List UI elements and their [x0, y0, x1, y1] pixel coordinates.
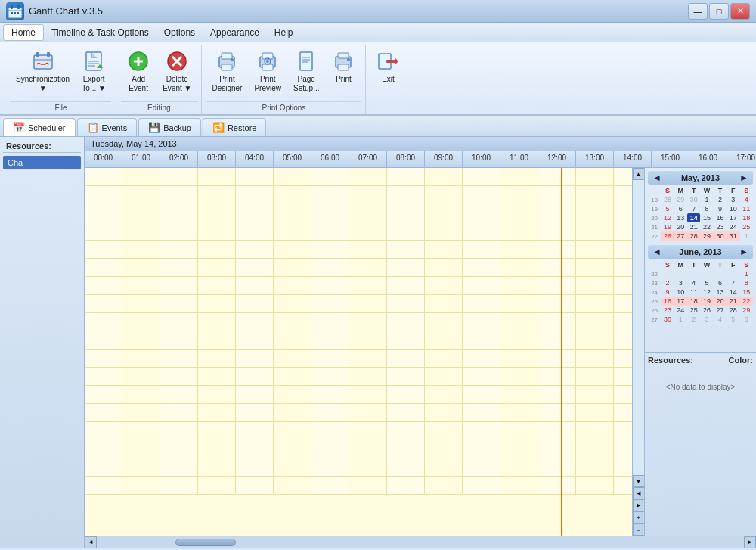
- calendar-day[interactable]: 26: [661, 231, 674, 241]
- maximize-button[interactable]: □: [709, 3, 729, 20]
- calendar-day[interactable]: 20: [674, 222, 687, 231]
- add-event-button[interactable]: AddEvent: [121, 45, 156, 97]
- calendar-day[interactable]: 13: [714, 287, 727, 297]
- menu-help[interactable]: Help: [267, 25, 301, 40]
- tab-restore[interactable]: 🔁 Restore: [203, 118, 267, 136]
- print-designer-button[interactable]: PrintDesigner: [206, 45, 247, 97]
- calendar-day[interactable]: 29: [700, 231, 713, 241]
- calendar-day[interactable]: 15: [740, 287, 753, 297]
- calendar-day[interactable]: 2: [661, 278, 674, 287]
- menu-appearance[interactable]: Appearance: [203, 25, 267, 40]
- calendar-day[interactable]: 28: [661, 195, 674, 204]
- calendar-day[interactable]: [700, 269, 713, 278]
- calendar-day[interactable]: 5: [661, 204, 674, 213]
- calendar-day[interactable]: 12: [661, 213, 674, 222]
- calendar-day[interactable]: [687, 269, 700, 278]
- calendar-day[interactable]: [727, 269, 739, 278]
- sync-button[interactable]: Synchronization▼: [11, 45, 75, 97]
- calendar-day[interactable]: 22: [740, 297, 753, 306]
- calendar-day[interactable]: 9: [714, 204, 727, 213]
- calendar-day[interactable]: 26: [700, 306, 713, 315]
- calendar-day[interactable]: 6: [714, 278, 727, 287]
- calendar-day[interactable]: 5: [700, 278, 713, 287]
- calendar-day[interactable]: 3: [700, 315, 713, 324]
- may-next-btn[interactable]: ►: [738, 172, 750, 183]
- calendar-day[interactable]: 7: [687, 204, 700, 213]
- calendar-day[interactable]: 3: [727, 195, 739, 204]
- calendar-day[interactable]: 28: [687, 231, 700, 241]
- calendar-day[interactable]: 2: [714, 195, 727, 204]
- v-scroll-minus[interactable]: –: [633, 524, 645, 536]
- calendar-day[interactable]: 16: [661, 297, 674, 306]
- calendar-day[interactable]: 1: [674, 315, 687, 324]
- menu-home[interactable]: Home: [3, 24, 44, 41]
- june-next-btn[interactable]: ►: [738, 247, 750, 257]
- calendar-day[interactable]: 21: [687, 222, 700, 231]
- exit-button[interactable]: Exit: [370, 45, 405, 88]
- h-scroll-thumb[interactable]: [175, 539, 236, 546]
- tab-events[interactable]: 📋 Events: [77, 118, 138, 136]
- page-setup-button[interactable]: PageSetup...: [288, 45, 324, 97]
- tab-scheduler[interactable]: 📅 Scheduler: [3, 118, 76, 136]
- h-scroll-right[interactable]: ►: [744, 536, 756, 548]
- calendar-day[interactable]: 27: [674, 231, 687, 241]
- tab-backup[interactable]: 💾 Backup: [138, 118, 201, 136]
- calendar-day[interactable]: 5: [727, 315, 739, 324]
- calendar-day[interactable]: 30: [661, 315, 674, 324]
- print-preview-button[interactable]: PrintPreview: [249, 45, 287, 97]
- calendar-day[interactable]: 28: [727, 306, 739, 315]
- calendar-day[interactable]: 12: [700, 287, 713, 297]
- menu-timeline[interactable]: Timeline & Task Options: [44, 25, 156, 40]
- calendar-day[interactable]: 8: [740, 278, 753, 287]
- calendar-day[interactable]: 25: [740, 222, 753, 231]
- calendar-day[interactable]: [674, 269, 687, 278]
- june-prev-btn[interactable]: ◄: [651, 247, 663, 257]
- calendar-day[interactable]: 6: [674, 204, 687, 213]
- calendar-day[interactable]: 20: [714, 297, 727, 306]
- calendar-day[interactable]: 19: [661, 222, 674, 231]
- v-scroll-plus[interactable]: +: [633, 511, 645, 524]
- calendar-day[interactable]: 18: [740, 213, 753, 222]
- calendar-day[interactable]: 15: [700, 213, 713, 222]
- calendar-day[interactable]: 22: [700, 222, 713, 231]
- print-button[interactable]: Print: [326, 45, 361, 88]
- delete-event-button[interactable]: DeleteEvent ▼: [157, 45, 197, 97]
- calendar-day[interactable]: 29: [740, 306, 753, 315]
- v-scroll-extra2[interactable]: ▶: [633, 499, 645, 511]
- may-prev-btn[interactable]: ◄: [651, 172, 663, 183]
- calendar-day[interactable]: 13: [674, 213, 687, 222]
- calendar-day[interactable]: 25: [687, 306, 700, 315]
- calendar-day[interactable]: 14: [727, 287, 739, 297]
- calendar-day[interactable]: 11: [740, 204, 753, 213]
- calendar-day[interactable]: 27: [714, 306, 727, 315]
- calendar-day[interactable]: 17: [674, 297, 687, 306]
- calendar-day[interactable]: 3: [674, 278, 687, 287]
- menu-options[interactable]: Options: [156, 25, 203, 40]
- calendar-day[interactable]: [661, 269, 674, 278]
- calendar-day[interactable]: 1: [700, 195, 713, 204]
- v-scroll-extra1[interactable]: ◀: [633, 487, 645, 499]
- calendar-day[interactable]: 24: [674, 306, 687, 315]
- calendar-day[interactable]: 14: [687, 213, 700, 222]
- calendar-day[interactable]: 10: [674, 287, 687, 297]
- calendar-day[interactable]: 31: [727, 231, 739, 241]
- calendar-day[interactable]: 30: [687, 195, 700, 204]
- h-scroll-left[interactable]: ◄: [85, 536, 97, 548]
- calendar-day[interactable]: 21: [727, 297, 739, 306]
- calendar-day[interactable]: [714, 269, 727, 278]
- calendar-day[interactable]: 23: [661, 306, 674, 315]
- calendar-day[interactable]: 17: [727, 213, 739, 222]
- calendar-day[interactable]: 29: [674, 195, 687, 204]
- v-scroll-up[interactable]: ▲: [633, 168, 645, 180]
- calendar-day[interactable]: 4: [740, 195, 753, 204]
- calendar-day[interactable]: 1: [740, 269, 753, 278]
- calendar-day[interactable]: 18: [687, 297, 700, 306]
- calendar-day[interactable]: 8: [700, 204, 713, 213]
- calendar-day[interactable]: 24: [727, 222, 739, 231]
- calendar-day[interactable]: 4: [687, 278, 700, 287]
- minimize-button[interactable]: —: [688, 3, 708, 20]
- calendar-day[interactable]: 10: [727, 204, 739, 213]
- calendar-day[interactable]: 1: [740, 231, 753, 241]
- calendar-day[interactable]: 11: [687, 287, 700, 297]
- v-scroll-down[interactable]: ▼: [633, 475, 645, 487]
